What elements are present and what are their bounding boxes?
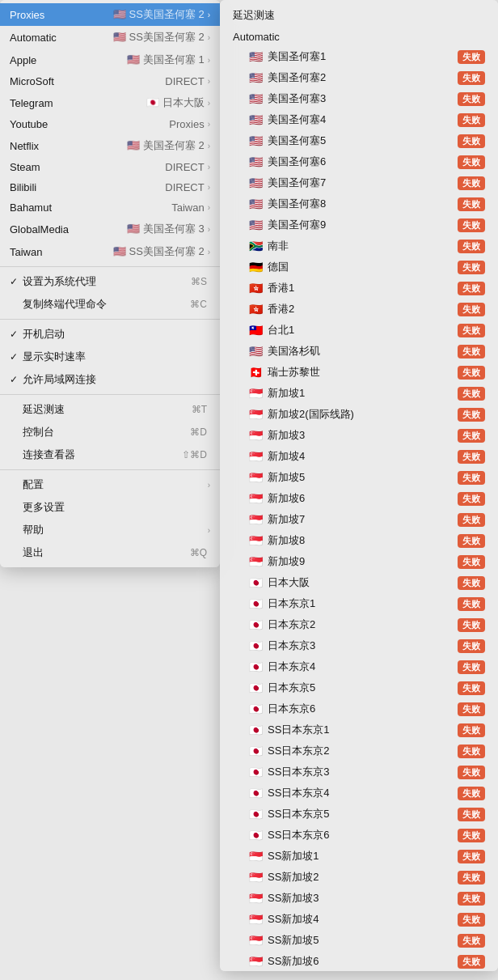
latency-item[interactable]: 🇸🇬新加坡4失败	[220, 446, 498, 467]
latency-flag: 🇸🇬	[249, 555, 263, 568]
latency-item[interactable]: 🇯🇵日本大阪失败	[220, 572, 498, 593]
latency-item[interactable]: 🇺🇸美国圣何塞8失败	[220, 193, 498, 214]
latency-item[interactable]: 🇺🇸美国圣何塞3失败	[220, 88, 498, 109]
latency-item[interactable]: 🇸🇬SS新加坡2失败	[220, 867, 498, 888]
latency-flag: 🇯🇵	[249, 808, 263, 821]
latency-item[interactable]: 🇯🇵SS日本东京2失败	[220, 740, 498, 762]
menu-item-apple[interactable]: Apple 🇺🇸 美国圣何塞 1 ›	[0, 49, 220, 71]
latency-item[interactable]: 🇹🇼台北1失败	[220, 320, 498, 341]
menu-item-bilibili[interactable]: Bilibili DIRECT ›	[0, 177, 220, 197]
latency-item[interactable]: 🇭🇰香港2失败	[220, 299, 498, 320]
latency-item[interactable]: 🇺🇸美国圣何塞5失败	[220, 130, 498, 151]
menu-item-config[interactable]: 配置 ›	[0, 473, 220, 496]
latency-item[interactable]: 🇨🇭瑞士苏黎世失败	[220, 362, 498, 383]
latency-item[interactable]: 🇸🇬新加坡5失败	[220, 467, 498, 488]
menu-item-automatic[interactable]: Automatic 🇺🇸 SS美国圣何塞 2 ›	[0, 26, 220, 49]
latency-node-name: 德国	[268, 260, 458, 274]
telegram-chevron: ›	[208, 99, 210, 108]
latency-item[interactable]: 🇯🇵SS日本东京5失败	[220, 804, 498, 825]
apple-label: Apple	[10, 54, 127, 66]
latency-node-name: 新加坡1	[268, 386, 458, 401]
menu-item-realtime-speed[interactable]: ✓ 显示实时速率	[0, 346, 220, 368]
latency-badge: 失败	[458, 829, 485, 842]
latency-item[interactable]: 🇸🇬新加坡7失败	[220, 509, 498, 530]
latency-item[interactable]: 🇯🇵日本东京1失败	[220, 593, 498, 614]
config-label: 配置	[23, 477, 208, 492]
latency-item[interactable]: 🇺🇸美国圣何塞7失败	[220, 172, 498, 193]
latency-flag: 🇸🇬	[249, 850, 263, 863]
latency-item[interactable]: 🇺🇸美国圣何塞6失败	[220, 151, 498, 172]
latency-item[interactable]: 🇸🇬新加坡2(国际线路)失败	[220, 404, 498, 425]
microsoft-chevron: ›	[208, 77, 210, 86]
latency-item[interactable]: 🇯🇵日本东京3失败	[220, 635, 498, 656]
menu-item-copy-terminal[interactable]: 复制终端代理命令 ⌘C	[0, 293, 220, 316]
menu-item-autostart[interactable]: ✓ 开机启动	[0, 323, 220, 346]
latency-item[interactable]: 🇯🇵SS日本东京3失败	[220, 762, 498, 783]
latency-node-name: 美国洛杉矶	[268, 344, 458, 358]
latency-item[interactable]: 🇯🇵日本东京4失败	[220, 656, 498, 677]
latency-flag: 🇯🇵	[249, 618, 263, 631]
menu-item-latency[interactable]: 延迟测速 ⌘T	[0, 398, 220, 421]
menu-item-quit[interactable]: 退出 ⌘Q	[0, 541, 220, 564]
automatic-value: 🇺🇸 SS美国圣何塞 2	[113, 30, 205, 45]
menu-item-globalmedia[interactable]: GlobalMedia 🇺🇸 美国圣何塞 3 ›	[0, 218, 220, 240]
menu-item-console[interactable]: 控制台 ⌘D	[0, 421, 220, 443]
latency-node-name: SS新加坡1	[268, 849, 458, 863]
netflix-label: Netflix	[10, 140, 127, 152]
menu-item-steam[interactable]: Steam DIRECT ›	[0, 157, 220, 177]
latency-item[interactable]: 🇸🇬SS新加坡4失败	[220, 909, 498, 930]
latency-item[interactable]: 🇸🇬SS新加坡6失败	[220, 951, 498, 971]
latency-badge: 失败	[458, 492, 485, 506]
menu-item-bahamut[interactable]: Bahamut Taiwan ›	[0, 197, 220, 218]
menu-item-netflix[interactable]: Netflix 🇺🇸 美国圣何塞 2 ›	[0, 134, 220, 157]
more-settings-label: 更多设置	[23, 500, 210, 515]
latency-item[interactable]: 🇯🇵SS日本东京4失败	[220, 783, 498, 804]
check-system-proxy: ✓	[10, 276, 23, 287]
latency-item[interactable]: 🇺🇸美国圣何塞4失败	[220, 109, 498, 130]
menu-item-help[interactable]: 帮助 ›	[0, 519, 220, 541]
menu-item-proxies[interactable]: Proxies 🇺🇸 SS美国圣何塞 2 ›	[0, 3, 220, 26]
menu-item-allow-lan[interactable]: ✓ 允许局域网连接	[0, 368, 220, 391]
menu-item-microsoft[interactable]: MicroSoft DIRECT ›	[0, 71, 220, 91]
menu-item-telegram[interactable]: Telegram 🇯🇵 日本大阪 ›	[0, 91, 220, 114]
latency-item[interactable]: 🇿🇦南非失败	[220, 235, 498, 257]
latency-item[interactable]: 🇯🇵SS日本东京6失败	[220, 825, 498, 846]
latency-item[interactable]: 🇸🇬新加坡9失败	[220, 551, 498, 572]
latency-item[interactable]: 🇯🇵SS日本东京1失败	[220, 719, 498, 740]
latency-item[interactable]: 🇭🇰香港1失败	[220, 278, 498, 299]
latency-node-name: SS日本东京2	[268, 744, 458, 758]
latency-item[interactable]: 🇯🇵日本东京2失败	[220, 614, 498, 635]
latency-item[interactable]: 🇺🇸美国洛杉矶失败	[220, 341, 498, 362]
latency-badge: 失败	[458, 218, 485, 232]
latency-flag: 🇯🇵	[249, 787, 263, 800]
menu-item-more-settings[interactable]: 更多设置	[0, 496, 220, 519]
menu-item-youtube[interactable]: Youtube Proxies ›	[0, 114, 220, 134]
latency-item[interactable]: 🇸🇬新加坡6失败	[220, 488, 498, 509]
latency-item[interactable]: 🇸🇬新加坡1失败	[220, 383, 498, 404]
latency-item[interactable]: 🇩🇪德国失败	[220, 257, 498, 278]
latency-item[interactable]: 🇺🇸美国圣何塞9失败	[220, 214, 498, 235]
latency-item[interactable]: 🇸🇬SS新加坡5失败	[220, 930, 498, 951]
latency-item[interactable]: 🇯🇵日本东京5失败	[220, 677, 498, 698]
latency-item[interactable]: 🇸🇬新加坡3失败	[220, 425, 498, 446]
latency-item[interactable]: 🇺🇸美国圣何塞2失败	[220, 67, 498, 88]
latency-node-name: SS新加坡3	[268, 891, 458, 906]
latency-item[interactable]: 🇸🇬SS新加坡3失败	[220, 888, 498, 909]
latency-flag: 🇩🇪	[249, 261, 263, 274]
taiwan-chevron: ›	[208, 248, 210, 257]
menu-item-connections[interactable]: 连接查看器 ⇧⌘D	[0, 443, 220, 466]
menu-item-set-system-proxy[interactable]: ✓ 设置为系统代理 ⌘S	[0, 270, 220, 293]
menu-item-taiwan[interactable]: Taiwan 🇺🇸 SS美国圣何塞 2 ›	[0, 240, 220, 263]
latency-flag: 🇸🇬	[249, 492, 263, 505]
latency-item[interactable]: 🇸🇬SS新加坡1失败	[220, 846, 498, 867]
latency-item[interactable]: 🇯🇵日本东京6失败	[220, 698, 498, 719]
latency-item[interactable]: 🇸🇬新加坡8失败	[220, 530, 498, 551]
copy-terminal-label: 复制终端代理命令	[23, 297, 190, 312]
latency-item[interactable]: 🇺🇸美国圣何塞1失败	[220, 46, 498, 67]
latency-shortcut: ⌘T	[192, 404, 207, 415]
latency-node-name: SS新加坡2	[268, 870, 458, 885]
latency-flag: 🇺🇸	[249, 92, 263, 105]
latency-title: 延迟测速	[220, 3, 498, 28]
globalmedia-label: GlobalMedia	[10, 223, 127, 235]
latency-badge: 失败	[458, 766, 485, 779]
